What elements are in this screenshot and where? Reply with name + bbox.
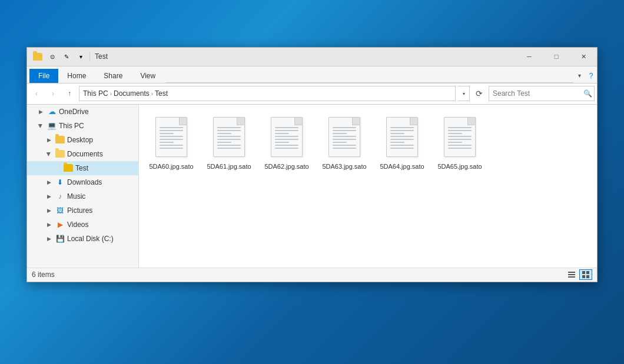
expand-downloads[interactable]: ▶ [45, 178, 53, 186]
doc-line [448, 133, 462, 134]
desktop-icon [55, 135, 65, 145]
address-path[interactable]: This PC › Documents › Test [79, 86, 456, 101]
view-large-icons[interactable] [579, 269, 592, 280]
sidebar-item-test[interactable]: ▶ Test [27, 161, 138, 175]
tab-view[interactable]: View [131, 69, 164, 83]
expand-thispc[interactable]: ▶ [36, 122, 45, 130]
svg-rect-5 [582, 275, 585, 278]
expand-documents[interactable]: ▶ [45, 150, 53, 158]
refresh-button[interactable]: ⟳ [472, 86, 486, 101]
search-input[interactable] [493, 89, 581, 98]
tab-home[interactable]: Home [58, 69, 95, 83]
qa-properties[interactable]: ⊙ [46, 50, 59, 63]
file-name: 5DA62.jpg.sato [264, 162, 308, 171]
file-item[interactable]: 5DA65.jpg.sato [433, 111, 486, 174]
file-item[interactable]: 5DA60.jpg.sato [145, 111, 198, 174]
file-item[interactable]: 5DA63.jpg.sato [318, 111, 371, 174]
up-button[interactable]: ↑ [62, 86, 77, 101]
documents-icon [55, 149, 65, 159]
sidebar-item-documents[interactable]: ▶ Documents [27, 147, 138, 161]
window-controls: ─ □ ✕ [516, 48, 597, 66]
sidebar-item-onedrive[interactable]: ▶ ☁ OneDrive [27, 105, 138, 119]
sidebar-item-desktop[interactable]: ▶ Desktop [27, 133, 138, 147]
doc-icon [386, 117, 418, 157]
file-name: 5DA60.jpg.sato [149, 162, 193, 171]
pictures-icon: 🖼 [55, 206, 65, 215]
qa-rename[interactable]: ✎ [60, 50, 73, 63]
view-details[interactable] [565, 269, 578, 280]
doc-line [275, 139, 298, 140]
search-box[interactable]: 🔍 [489, 86, 595, 101]
file-icon [326, 114, 363, 160]
doc-line [160, 145, 183, 146]
sidebar-item-music[interactable]: ▶ ♪ Music [27, 189, 138, 203]
close-button[interactable]: ✕ [570, 48, 597, 66]
sidebar-label-onedrive: OneDrive [59, 108, 89, 116]
expand-localdisk[interactable]: ▶ [45, 235, 53, 243]
doc-line [333, 139, 356, 140]
path-test[interactable]: Test [155, 89, 168, 98]
tab-share[interactable]: Share [95, 69, 131, 83]
doc-line [217, 136, 241, 137]
file-name: 5DA63.jpg.sato [322, 162, 366, 171]
doc-line [217, 133, 231, 134]
doc-lines [217, 127, 241, 149]
sidebar-item-localdisk[interactable]: ▶ 💾 Local Disk (C:) [27, 232, 138, 246]
window-icon [32, 51, 44, 62]
doc-line [160, 133, 174, 134]
doc-line [275, 148, 298, 149]
file-item[interactable]: 5DA62.jpg.sato [260, 111, 313, 174]
path-thispc[interactable]: This PC › [83, 89, 114, 98]
sidebar: ▶ ☁ OneDrive ▶ 💻 This PC ▶ Desktop ▶ Doc… [27, 105, 139, 268]
back-button[interactable]: ‹ [29, 86, 44, 101]
svg-rect-2 [568, 276, 575, 278]
svg-rect-0 [568, 272, 575, 273]
path-documents-label: Documents [114, 89, 150, 98]
sidebar-label-documents: Documents [67, 150, 103, 158]
doc-line [160, 139, 183, 140]
sidebar-item-videos[interactable]: ▶ ▶ Videos [27, 218, 138, 232]
expand-music[interactable]: ▶ [45, 192, 53, 201]
qa-more[interactable]: ▾ [74, 50, 87, 63]
help-button[interactable]: ? [585, 69, 597, 83]
expand-pictures[interactable]: ▶ [45, 206, 53, 215]
ribbon-collapse[interactable]: ▾ [573, 69, 585, 83]
expand-videos[interactable]: ▶ [45, 221, 53, 229]
downloads-icon: ⬇ [55, 178, 65, 187]
path-documents[interactable]: Documents › [114, 89, 155, 98]
doc-line [333, 130, 356, 131]
tab-file[interactable]: File [29, 69, 58, 83]
doc-lines [333, 127, 356, 149]
address-dropdown[interactable]: ▾ [458, 86, 470, 101]
doc-line [160, 142, 174, 143]
doc-line [160, 136, 183, 137]
search-icon[interactable]: 🔍 [583, 89, 592, 98]
path-sep-2: › [151, 91, 153, 97]
sidebar-item-pictures[interactable]: ▶ 🖼 Pictures [27, 203, 138, 218]
file-item[interactable]: 5DA61.jpg.sato [203, 111, 255, 174]
doc-icon [271, 117, 303, 157]
file-icon [383, 114, 421, 160]
title-bar: ⊙ ✎ ▾ Test ─ □ ✕ [27, 48, 597, 66]
svg-rect-1 [568, 274, 575, 275]
doc-line [448, 145, 472, 146]
doc-line [333, 127, 356, 128]
expand-onedrive[interactable]: ▶ [36, 108, 45, 116]
doc-line [275, 130, 298, 131]
file-item[interactable]: 5DA64.jpg.sato [376, 111, 429, 174]
sidebar-item-thispc[interactable]: ▶ 💻 This PC [27, 119, 138, 133]
doc-line [333, 133, 347, 134]
doc-line [275, 133, 289, 134]
file-icon [210, 114, 248, 160]
doc-line [448, 130, 472, 131]
forward-button[interactable]: › [46, 86, 60, 101]
sidebar-item-downloads[interactable]: ▶ ⬇ Downloads [27, 175, 138, 189]
doc-line [390, 136, 414, 137]
minimize-button[interactable]: ─ [516, 48, 543, 66]
maximize-button[interactable]: □ [543, 48, 570, 66]
folder-icon-small [33, 53, 42, 61]
sidebar-label-desktop: Desktop [67, 136, 93, 144]
doc-line [217, 145, 241, 146]
expand-desktop[interactable]: ▶ [45, 136, 53, 144]
doc-lines [160, 127, 183, 149]
